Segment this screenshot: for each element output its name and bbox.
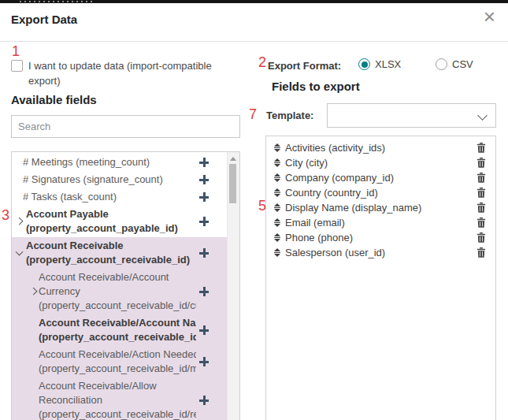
export-field-row[interactable]: City (city) — [266, 155, 495, 170]
drag-handle-icon[interactable] — [274, 218, 280, 227]
sort-up-icon — [274, 233, 280, 236]
chevron-right-icon[interactable] — [16, 217, 24, 225]
field-label: # Meetings (meeting_count) — [23, 155, 228, 169]
export-field-label: Email (email) — [285, 217, 476, 229]
annotation-3: 3 — [2, 208, 9, 222]
available-field-row[interactable]: # Meetings (meeting_count) — [12, 154, 228, 171]
csv-label[interactable]: CSV — [452, 58, 473, 70]
add-field-icon[interactable] — [199, 248, 209, 258]
top-edge-artifact — [20, 1, 95, 2]
trash-icon[interactable] — [476, 173, 486, 183]
template-select[interactable] — [327, 103, 496, 128]
format-option-xlsx[interactable]: XLSX — [358, 58, 401, 70]
scrollbar-up-icon[interactable] — [230, 157, 236, 161]
available-field-row[interactable]: # Signatures (signature_count) — [12, 171, 228, 188]
export-field-row[interactable]: Display Name (display_name) — [266, 200, 495, 215]
sort-bar-icon — [274, 207, 280, 208]
available-field-row[interactable]: Account Receivable/Action Needed(propert… — [12, 346, 228, 377]
close-icon[interactable]: × — [484, 6, 495, 27]
field-label-line: # Tasks (task_count) — [23, 190, 196, 204]
sort-bar-icon — [274, 177, 280, 178]
sort-bar-icon — [274, 147, 280, 148]
field-label-line: (property_account_receivable_id/me — [39, 362, 196, 376]
export-field-row[interactable]: Company (company_id) — [266, 170, 495, 185]
scrollbar-thumb[interactable] — [229, 164, 236, 203]
sort-up-icon — [274, 188, 280, 191]
field-label: # Signatures (signature_count) — [23, 173, 228, 187]
add-field-icon[interactable] — [199, 217, 209, 226]
drag-handle-icon[interactable] — [274, 248, 280, 257]
field-label-line: (property_account_payable_id) — [26, 221, 196, 236]
format-option-csv[interactable]: CSV — [436, 58, 473, 70]
sort-bar-icon — [274, 222, 280, 223]
trash-icon[interactable] — [476, 143, 486, 153]
drag-handle-icon[interactable] — [274, 188, 280, 197]
field-label-line: (property_account_receivable_id) — [26, 253, 196, 267]
trash-icon[interactable] — [476, 217, 486, 228]
available-field-row[interactable]: Account Receivable(property_account_rece… — [12, 237, 228, 269]
sort-up-icon — [274, 203, 280, 206]
drag-handle-icon[interactable] — [274, 158, 280, 167]
add-field-icon[interactable] — [199, 158, 209, 167]
chevron-down-icon[interactable] — [16, 248, 24, 256]
sort-down-icon — [274, 239, 280, 242]
add-field-icon[interactable] — [199, 287, 209, 296]
sort-bar-icon — [274, 252, 280, 253]
add-field-icon[interactable] — [199, 357, 209, 366]
sort-down-icon — [274, 254, 280, 257]
radio-selected-icon[interactable] — [358, 58, 370, 70]
export-field-label: Display Name (display_name) — [285, 202, 476, 214]
search-input[interactable] — [11, 115, 240, 138]
radio-unselected-icon[interactable] — [436, 58, 447, 70]
trash-icon[interactable] — [476, 232, 486, 243]
drag-handle-icon[interactable] — [274, 143, 280, 152]
sort-up-icon — [274, 248, 280, 251]
add-field-icon[interactable] — [199, 175, 209, 184]
drag-handle-icon[interactable] — [274, 203, 280, 212]
drag-handle-icon[interactable] — [274, 233, 280, 242]
fields-to-export-heading: Fields to export — [272, 80, 360, 93]
trash-icon[interactable] — [476, 203, 486, 213]
add-field-icon[interactable] — [199, 396, 209, 405]
export-field-row[interactable]: Country (country_id) — [266, 185, 495, 200]
sort-up-icon — [274, 218, 280, 221]
add-field-icon[interactable] — [199, 325, 209, 335]
export-field-row[interactable]: Email (email) — [266, 215, 495, 230]
top-edge-bar — [0, 0, 508, 3]
field-label-line: (property_account_receivable_id/rec — [39, 407, 196, 420]
export-field-label: Company (company_id) — [285, 172, 476, 184]
scrollbar[interactable] — [227, 152, 239, 420]
available-fields-list: # Meetings (meeting_count)# Signatures (… — [11, 151, 240, 420]
sort-bar-icon — [274, 162, 280, 163]
available-field-row[interactable]: Account Receivable/AllowReconciliation(p… — [12, 377, 228, 420]
sort-down-icon — [274, 209, 280, 212]
field-label-line: (property_account_receivable_id/curr — [39, 299, 196, 313]
drag-handle-icon[interactable] — [274, 173, 280, 182]
chevron-right-icon[interactable] — [30, 288, 38, 295]
export-field-row[interactable]: Activities (activity_ids) — [266, 140, 495, 155]
available-fields-rows: # Meetings (meeting_count)# Signatures (… — [12, 154, 228, 420]
xlsx-label[interactable]: XLSX — [375, 58, 401, 70]
sort-down-icon — [274, 179, 280, 182]
field-label-line: Account Receivable/Account — [39, 270, 196, 284]
export-field-row[interactable]: Phone (phone) — [266, 230, 495, 245]
export-field-label: Phone (phone) — [285, 232, 476, 243]
trash-icon[interactable] — [476, 247, 486, 258]
update-data-label[interactable]: I want to update data (import-compatible… — [28, 58, 235, 88]
available-field-row[interactable]: Account Receivable/AccountCurrency(prope… — [12, 269, 228, 314]
available-field-row[interactable]: Account Receivable/Account Name(property… — [12, 314, 228, 346]
sort-bar-icon — [274, 237, 280, 238]
add-field-icon[interactable] — [199, 192, 209, 202]
trash-icon[interactable] — [476, 158, 486, 168]
export-field-label: City (city) — [285, 157, 476, 169]
available-field-row[interactable]: # Tasks (task_count) — [12, 188, 228, 206]
field-label-line: Account Receivable — [26, 239, 196, 253]
export-field-row[interactable]: Salesperson (user_id) — [266, 245, 495, 260]
trash-icon[interactable] — [476, 188, 486, 198]
update-data-checkbox[interactable] — [11, 60, 23, 72]
sort-down-icon — [274, 149, 280, 152]
export-field-label: Country (country_id) — [285, 187, 476, 199]
header-divider — [0, 41, 508, 42]
fields-to-export-list: Activities (activity_ids)City (city)Comp… — [265, 136, 496, 420]
available-field-row[interactable]: Account Payable(property_account_payable… — [12, 206, 228, 237]
